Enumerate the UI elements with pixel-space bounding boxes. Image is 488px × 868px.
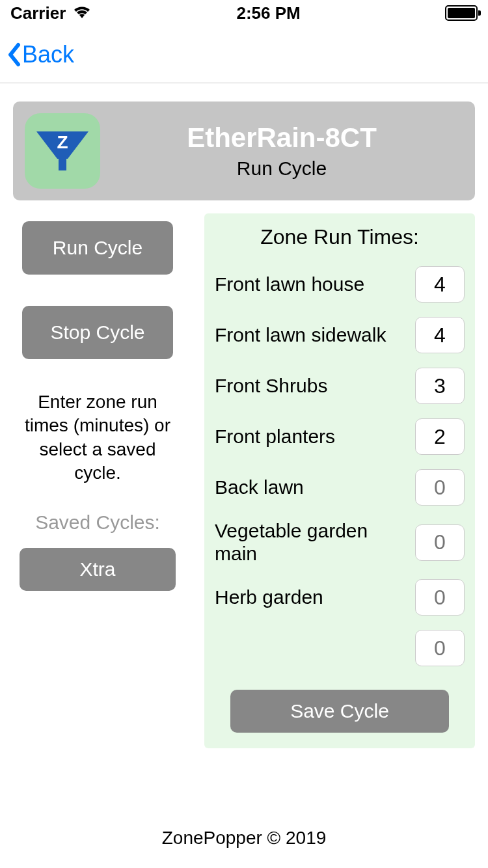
zone-name-label: Front planters: [215, 426, 409, 448]
zone-name-label: Front lawn sidewalk: [215, 324, 409, 347]
status-left: Carrier: [10, 3, 92, 23]
zone-time-input[interactable]: [415, 469, 465, 506]
saved-cycles-list: Xtra: [20, 548, 176, 591]
back-button[interactable]: Back: [7, 41, 74, 68]
header-text: EtherRain-8CT Run Cycle: [100, 122, 463, 180]
main-content: Run Cycle Stop Cycle Enter zone run time…: [13, 213, 475, 748]
device-header: Z EtherRain-8CT Run Cycle: [13, 102, 475, 200]
zone-name-label: Front Shrubs: [215, 375, 409, 398]
zone-time-input[interactable]: [415, 266, 465, 303]
zone-row: Front lawn sidewalk: [215, 317, 465, 353]
chevron-left-icon: [7, 42, 21, 67]
battery-icon: [445, 5, 478, 21]
device-subtitle: Run Cycle: [237, 157, 327, 180]
run-cycle-button[interactable]: Run Cycle: [22, 221, 173, 275]
zone-time-input[interactable]: [415, 524, 465, 561]
clock: 2:56 PM: [237, 3, 301, 23]
zone-time-input[interactable]: [415, 418, 465, 455]
device-title: EtherRain-8CT: [187, 122, 377, 154]
saved-cycle-button[interactable]: Xtra: [20, 548, 176, 591]
zone-row: Front Shrubs: [215, 368, 465, 404]
zone-row: [215, 630, 465, 666]
zone-row: Vegetable garden main: [215, 520, 465, 565]
back-label: Back: [22, 41, 74, 68]
zone-name-label: Vegetable garden main: [215, 520, 409, 565]
zone-list: Front lawn houseFront lawn sidewalkFront…: [215, 266, 465, 666]
status-right: [445, 5, 478, 21]
zone-name-label: Front lawn house: [215, 273, 409, 296]
save-cycle-button[interactable]: Save Cycle: [230, 690, 449, 733]
zone-row: Back lawn: [215, 469, 465, 506]
zone-panel: Zone Run Times: Front lawn houseFront la…: [204, 213, 475, 748]
zone-time-input[interactable]: [415, 579, 465, 616]
carrier-label: Carrier: [10, 3, 66, 23]
status-bar: Carrier 2:56 PM: [0, 0, 488, 26]
app-icon: Z: [25, 113, 100, 189]
zone-row: Front planters: [215, 418, 465, 455]
svg-text:Z: Z: [57, 132, 68, 152]
zone-time-input[interactable]: [415, 317, 465, 353]
zone-name-label: Herb garden: [215, 586, 409, 609]
saved-cycles-heading: Saved Cycles:: [35, 511, 160, 534]
left-panel: Run Cycle Stop Cycle Enter zone run time…: [13, 213, 182, 748]
zone-time-input[interactable]: [415, 630, 465, 666]
wifi-icon: [72, 3, 92, 23]
zone-row: Herb garden: [215, 579, 465, 616]
nav-bar: Back: [0, 26, 488, 83]
zone-panel-title: Zone Run Times:: [215, 225, 465, 249]
zone-name-label: Back lawn: [215, 476, 409, 499]
footer-text: ZonePopper © 2019: [0, 828, 488, 848]
zone-row: Front lawn house: [215, 266, 465, 303]
help-text: Enter zone run times (minutes) or select…: [13, 390, 182, 485]
zone-time-input[interactable]: [415, 368, 465, 404]
stop-cycle-button[interactable]: Stop Cycle: [22, 306, 173, 359]
svg-rect-1: [59, 159, 66, 170]
